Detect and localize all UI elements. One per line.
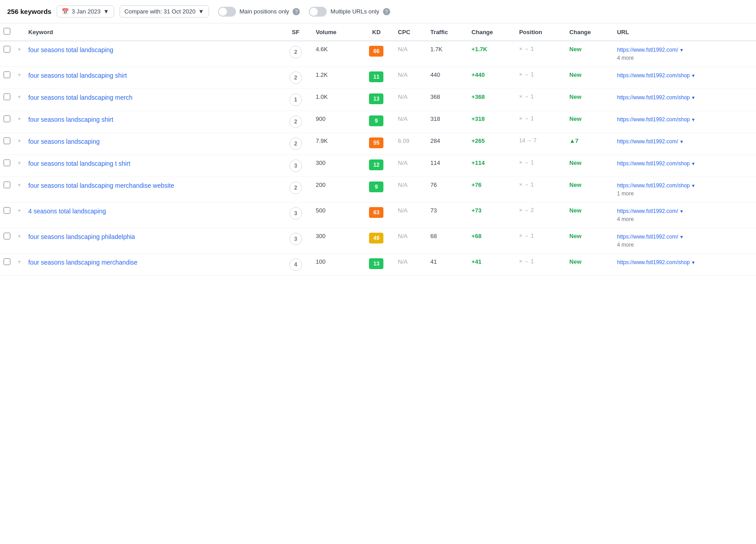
row-expand-button[interactable]: + xyxy=(14,41,25,67)
row-checkbox[interactable] xyxy=(4,159,10,166)
row-traffic: 368 xyxy=(427,89,468,111)
row-expand-button[interactable]: + xyxy=(14,89,25,111)
multiple-urls-toggle[interactable] xyxy=(309,7,327,17)
row-expand-button[interactable]: + xyxy=(14,155,25,177)
url-dropdown-arrow[interactable]: ▼ xyxy=(690,73,696,78)
sf-badge: 2 xyxy=(289,46,302,58)
row-cpc: N/A xyxy=(394,228,427,254)
sf-badge: 4 xyxy=(289,258,302,271)
row-checkbox-cell xyxy=(0,203,14,228)
row-expand-button[interactable]: + xyxy=(14,67,25,89)
keyword-link[interactable]: four seasons total landscaping t shirt xyxy=(28,160,130,167)
sf-badge: 1 xyxy=(289,93,302,106)
row-expand-button[interactable]: + xyxy=(14,254,25,276)
keyword-link[interactable]: four seasons landscaping shirt xyxy=(28,116,113,123)
row-sf: 3 xyxy=(279,228,312,254)
row-position-change: New xyxy=(566,228,614,254)
row-traffic: 41 xyxy=(427,254,468,276)
row-checkbox[interactable] xyxy=(4,258,10,265)
row-checkbox[interactable] xyxy=(4,207,10,214)
url-link[interactable]: https://www.fstl1992.com/ xyxy=(617,208,678,214)
url-dropdown-arrow[interactable]: ▼ xyxy=(678,234,684,239)
url-dropdown-arrow[interactable]: ▼ xyxy=(690,95,696,100)
row-checkbox[interactable] xyxy=(4,46,10,53)
multiple-urls-help-icon[interactable]: ? xyxy=(383,8,390,15)
row-kd: 12 xyxy=(359,155,395,177)
row-url: https://www.fstl1992.com/ ▼4 more xyxy=(614,41,756,67)
url-more[interactable]: 4 more xyxy=(617,216,634,222)
row-traffic: 284 xyxy=(427,133,468,155)
sf-badge: 3 xyxy=(289,207,302,220)
row-position-change: New xyxy=(566,67,614,89)
row-keyword: 4 seasons total landscaping xyxy=(25,203,279,228)
row-position-change: New xyxy=(566,111,614,133)
compare-button[interactable]: Compare with: 31 Oct 2020 ▼ xyxy=(120,5,209,18)
url-link[interactable]: https://www.fstl1992.com/ xyxy=(617,234,678,240)
row-checkbox[interactable] xyxy=(4,115,10,122)
keyword-link[interactable]: 4 seasons total landscaping xyxy=(28,208,106,215)
row-volume: 1.0K xyxy=(312,89,358,111)
row-volume: 500 xyxy=(312,203,358,228)
row-traffic-change: +440 xyxy=(468,67,516,89)
row-checkbox[interactable] xyxy=(4,181,10,188)
url-link[interactable]: https://www.fstl1992.com/shop xyxy=(617,160,690,167)
keyword-link[interactable]: four seasons total landscaping merch xyxy=(28,94,133,101)
row-checkbox[interactable] xyxy=(4,233,10,239)
row-keyword: four seasons landscaping shirt xyxy=(25,111,279,133)
row-traffic: 73 xyxy=(427,203,468,228)
row-expand-button[interactable]: + xyxy=(14,133,25,155)
header-position-change: Change xyxy=(566,23,614,41)
url-dropdown-arrow[interactable]: ▼ xyxy=(690,183,696,188)
header-cpc: CPC xyxy=(394,23,427,41)
url-more[interactable]: 4 more xyxy=(617,55,634,61)
row-kd: 55 xyxy=(359,133,395,155)
row-keyword: four seasons total landscaping xyxy=(25,41,279,67)
kd-badge: 63 xyxy=(369,207,383,218)
url-more[interactable]: 1 more xyxy=(617,190,634,197)
keyword-link[interactable]: four seasons landscaping xyxy=(28,138,100,145)
row-expand-button[interactable]: + xyxy=(14,177,25,203)
row-cpc: N/A xyxy=(394,155,427,177)
select-all-checkbox[interactable] xyxy=(4,28,10,35)
row-checkbox[interactable] xyxy=(4,71,10,78)
url-dropdown-arrow[interactable]: ▼ xyxy=(690,117,696,122)
date-picker-button[interactable]: 📅 3 Jan 2023 ▼ xyxy=(57,5,114,18)
url-link[interactable]: https://www.fstl1992.com/shop xyxy=(617,182,690,189)
row-expand-button[interactable]: + xyxy=(14,203,25,228)
url-dropdown-arrow[interactable]: ▼ xyxy=(690,161,696,166)
url-dropdown-arrow[interactable]: ▼ xyxy=(678,139,684,144)
keyword-link[interactable]: four seasons landscaping philadelphia xyxy=(28,233,135,240)
url-link[interactable]: https://www.fstl1992.com/ xyxy=(617,138,678,145)
main-positions-toggle[interactable] xyxy=(218,7,236,17)
url-more[interactable]: 4 more xyxy=(617,242,634,248)
url-dropdown-arrow[interactable]: ▼ xyxy=(678,48,684,53)
url-link[interactable]: https://www.fstl1992.com/shop xyxy=(617,116,690,123)
keyword-link[interactable]: four seasons total landscaping xyxy=(28,46,113,53)
keyword-link[interactable]: four seasons total landscaping shirt xyxy=(28,72,127,79)
row-sf: 2 xyxy=(279,177,312,203)
row-keyword: four seasons total landscaping shirt xyxy=(25,67,279,89)
row-cpc: 6.09 xyxy=(394,133,427,155)
url-dropdown-arrow[interactable]: ▼ xyxy=(678,209,684,214)
row-url: https://www.fstl1992.com/shop ▼1 more xyxy=(614,177,756,203)
row-url: https://www.fstl1992.com/shop ▼ xyxy=(614,67,756,89)
kd-badge: 11 xyxy=(369,71,383,82)
row-checkbox[interactable] xyxy=(4,137,10,144)
row-expand-button[interactable]: + xyxy=(14,111,25,133)
row-keyword: four seasons landscaping xyxy=(25,133,279,155)
url-link[interactable]: https://www.fstl1992.com/shop xyxy=(617,72,690,79)
main-positions-help-icon[interactable]: ? xyxy=(293,8,300,15)
url-link[interactable]: https://www.fstl1992.com/shop xyxy=(617,259,690,265)
header-checkbox-col xyxy=(0,23,14,41)
keyword-link[interactable]: four seasons landscaping merchandise xyxy=(28,259,138,266)
row-keyword: four seasons total landscaping merchandi… xyxy=(25,177,279,203)
row-checkbox[interactable] xyxy=(4,93,10,100)
row-expand-button[interactable]: + xyxy=(14,228,25,254)
row-position-change: New xyxy=(566,89,614,111)
url-link[interactable]: https://www.fstl1992.com/ xyxy=(617,47,678,53)
row-kd: 9 xyxy=(359,177,395,203)
url-link[interactable]: https://www.fstl1992.com/shop xyxy=(617,94,690,101)
url-dropdown-arrow[interactable]: ▼ xyxy=(690,260,696,265)
keyword-link[interactable]: four seasons total landscaping merchandi… xyxy=(28,182,174,189)
header-url: URL xyxy=(614,23,756,41)
